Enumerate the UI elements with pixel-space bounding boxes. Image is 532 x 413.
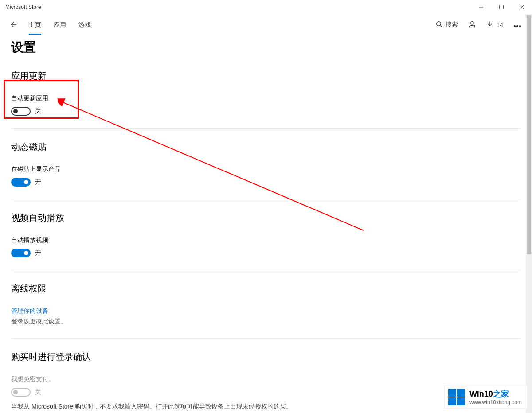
svg-point-4 [437, 21, 441, 26]
label-auto-update: 自动更新应用 [11, 94, 521, 102]
toggle-live-tile[interactable] [11, 178, 31, 187]
section-title-video-autoplay: 视频自动播放 [11, 212, 521, 224]
toggle-live-tile-state: 开 [35, 178, 41, 186]
section-title-offline: 离线权限 [11, 283, 521, 295]
tab-games[interactable]: 游戏 [78, 16, 91, 34]
minimize-button[interactable] [471, 0, 491, 14]
watermark-url: www.win10xitong.com [469, 399, 522, 405]
toggle-passwordless-state: 关 [35, 388, 41, 396]
toggle-video-autoplay[interactable] [11, 249, 31, 257]
tab-apps[interactable]: 应用 [54, 16, 66, 34]
toggle-video-autoplay-state: 开 [35, 249, 41, 257]
section-title-live-tile: 动态磁贴 [11, 141, 521, 153]
settings-content: 设置 应用更新 自动更新应用 关 动态磁贴 在磁贴上显示产品 开 视频自动播放 … [0, 35, 532, 413]
download-icon [486, 21, 493, 29]
watermark-brand: Win10之家 [469, 389, 522, 399]
maximize-button[interactable] [491, 0, 512, 14]
svg-point-6 [471, 21, 473, 24]
nav-tabs: 主页 应用 游戏 [29, 16, 91, 34]
toggle-auto-update[interactable] [11, 107, 31, 116]
watermark-logo-icon [448, 389, 465, 405]
search-icon [436, 21, 443, 29]
watermark: Win10之家 www.win10xitong.com [444, 386, 528, 409]
svg-point-11 [514, 26, 516, 27]
section-app-updates: 应用更新 自动更新应用 关 [11, 70, 521, 129]
section-title-purchase: 购买时进行登录确认 [11, 351, 521, 363]
link-manage-devices[interactable]: 管理你的设备 [11, 307, 521, 315]
label-video-autoplay: 自动播放视频 [11, 236, 521, 244]
offline-note: 登录以更改此设置。 [11, 318, 521, 326]
back-button[interactable] [4, 16, 22, 34]
user-icon [469, 21, 476, 29]
label-passwordless: 我想免密支付。 [11, 375, 521, 383]
section-video-autoplay: 视频自动播放 自动播放视频 开 [11, 212, 521, 270]
toggle-passwordless [11, 388, 31, 397]
downloads-button[interactable]: 14 [486, 21, 503, 29]
section-title-app-updates: 应用更新 [11, 70, 521, 82]
label-live-tile: 在磁贴上显示产品 [11, 165, 521, 173]
window-titlebar: Microsoft Store [0, 0, 532, 14]
search-label: 搜索 [446, 21, 458, 29]
downloads-count: 14 [496, 21, 503, 28]
svg-point-12 [517, 26, 518, 27]
window-controls [471, 0, 532, 14]
section-offline: 离线权限 管理你的设备 登录以更改此设置。 [11, 283, 521, 339]
section-live-tile: 动态磁贴 在磁贴上显示产品 开 [11, 141, 521, 199]
svg-point-13 [520, 26, 521, 27]
toggle-auto-update-state: 关 [35, 107, 41, 115]
search-button[interactable]: 搜索 [436, 21, 458, 29]
page-title: 设置 [11, 39, 521, 56]
more-icon [514, 21, 521, 28]
more-button[interactable] [514, 21, 521, 28]
svg-line-5 [441, 25, 442, 27]
vertical-scrollbar[interactable] [526, 14, 532, 413]
svg-rect-1 [500, 5, 504, 9]
account-button[interactable] [469, 21, 476, 29]
close-button[interactable] [512, 0, 532, 14]
tab-home[interactable]: 主页 [29, 16, 41, 34]
window-title: Microsoft Store [5, 4, 41, 10]
scrollbar-thumb[interactable] [527, 15, 531, 254]
app-header: 主页 应用 游戏 搜索 14 [0, 14, 532, 35]
